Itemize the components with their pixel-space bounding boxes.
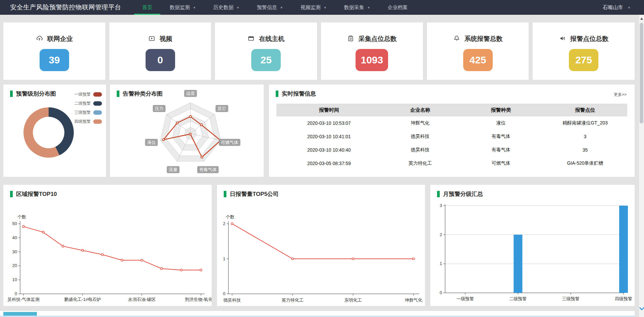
- nav-item-数据采集[interactable]: 数据采集▼: [335, 0, 379, 15]
- svg-text:1: 1: [223, 256, 225, 261]
- realtime-alarm-panel: 实时报警信息 更多>> 报警时间企业名称报警种类报警点位2020-03-10 1…: [269, 85, 635, 177]
- nav-item-首页[interactable]: 首页: [133, 0, 161, 15]
- table-cell: 坤辉气化: [382, 120, 459, 126]
- chevron-down-icon: ▼: [324, 6, 327, 9]
- panel-title-text: 月预警分级汇总: [443, 190, 483, 198]
- panel-title-text: 日报警量TOP5公司: [230, 190, 279, 198]
- stat-card-head: 视频: [109, 35, 211, 43]
- stat-card-label: 联网企业: [47, 35, 73, 43]
- realtime-alarm-table: 报警时间企业名称报警种类报警点位2020-03-10 10:53:07坤辉气化液…: [276, 104, 627, 170]
- table-header-cell: 企业名称: [382, 107, 459, 113]
- chevron-down-icon: ▼: [628, 6, 631, 9]
- table-cell: 2020-03-10 10:41:01: [276, 134, 382, 139]
- table-row: 2020-03-05 08:37:59英力特化工可燃气体GIA-520单体贮槽: [276, 157, 627, 170]
- svg-text:10: 10: [12, 277, 17, 282]
- panel-title-text: 告警种类分布图: [123, 90, 163, 98]
- cloud-icon: [36, 35, 43, 43]
- svg-text:一级预警: 一级预警: [457, 296, 474, 301]
- panel-title: 区域报警TOP10: [10, 190, 57, 198]
- radar-axis-label-有毒气体: 有毒气体: [197, 166, 219, 173]
- panel-title: 日报警量TOP5公司: [224, 190, 279, 198]
- svg-text:有毒气体: 有毒气体: [199, 167, 217, 172]
- nav-item-label: 历史数据: [213, 4, 233, 10]
- partial-panel-border: [0, 316, 635, 317]
- table-cell: 有毒气体: [459, 147, 543, 153]
- table-header-cell: 报警时间: [276, 107, 382, 113]
- svg-text:30: 30: [12, 249, 17, 254]
- svg-text:坤辉气化: 坤辉气化: [405, 298, 422, 303]
- table-cell: 德昊科技: [382, 134, 459, 140]
- title-marker: [10, 191, 13, 197]
- table-header-cell: 报警种类: [459, 107, 543, 113]
- nav-item-视频监测[interactable]: 视频监测▼: [292, 0, 335, 15]
- table-cell: 2020-03-10 10:40:40: [276, 147, 382, 153]
- stat-card-value-wrap: 1093: [321, 43, 423, 71]
- stat-card-value: 275: [569, 49, 598, 71]
- table-cell: 2020-03-05 08:37:59: [276, 161, 382, 166]
- svg-text:德昊科技: 德昊科技: [223, 298, 241, 303]
- nav-item-数据监测[interactable]: 数据监测▼: [161, 0, 205, 15]
- table-cell: 液位: [459, 120, 543, 126]
- more-link[interactable]: 更多>>: [614, 92, 627, 98]
- svg-text:二级预警: 二级预警: [509, 296, 527, 301]
- stat-card-value-wrap: 0: [109, 43, 211, 71]
- stat-card-value: 1093: [356, 49, 388, 71]
- alarm-type-radar-chart: 温度其它可燃气体有毒气体流量液位压力: [110, 85, 264, 177]
- city-selector[interactable]: 石嘴山市 ▼: [603, 0, 631, 15]
- table-cell: GIA-520单体贮槽: [543, 160, 627, 166]
- nav-item-label: 数据采集: [344, 4, 364, 10]
- panel-title: 月预警分级汇总: [437, 190, 483, 198]
- panel-title: 实时报警信息: [276, 90, 316, 98]
- title-marker: [276, 91, 278, 97]
- stat-card-label: 报警点位总数: [570, 35, 608, 43]
- stat-card-value: 0: [146, 49, 175, 71]
- table-cell: 3: [543, 134, 627, 139]
- table-row: 2020-03-10 10:40:40德昊科技有毒气体35: [276, 143, 627, 157]
- clipboard-icon: [347, 35, 354, 43]
- stat-card-系统报警总数: 系统报警总数425: [427, 22, 529, 80]
- radar-axis-label-其它: 其它: [216, 105, 228, 112]
- stat-card-head: 在线主机: [215, 35, 317, 43]
- nav-item-label: 首页: [142, 4, 152, 10]
- stat-card-label: 系统报警总数: [465, 35, 503, 43]
- title-marker: [117, 91, 119, 97]
- stat-card-在线主机: 在线主机25: [215, 22, 317, 80]
- stat-card-label: 采集点位总数: [359, 35, 397, 43]
- page-scrollbar[interactable]: [639, 15, 644, 317]
- stat-card-value: 425: [463, 49, 493, 71]
- scrollbar-thumb[interactable]: [640, 23, 643, 123]
- stat-card-value-wrap: 39: [3, 43, 105, 71]
- radar-axis-label-压力: 压力: [153, 105, 165, 112]
- chevron-down-icon: ▼: [236, 6, 239, 9]
- scroll-up-icon[interactable]: [640, 17, 643, 20]
- monitor-icon: [248, 35, 255, 43]
- nav-item-历史数据[interactable]: 历史数据▼: [205, 0, 248, 15]
- table-cell: 可燃气体: [459, 160, 543, 166]
- svg-text:2: 2: [440, 232, 442, 237]
- nav-item-企业档案[interactable]: 企业档案: [379, 0, 417, 15]
- svg-text:流量: 流量: [169, 167, 177, 172]
- stat-card-value-wrap: 25: [215, 43, 317, 71]
- svg-text:0: 0: [223, 291, 225, 296]
- svg-text:0: 0: [440, 290, 442, 295]
- panel-title: 告警种类分布图: [117, 90, 163, 98]
- table-header-row: 报警时间企业名称报警种类报警点位: [276, 104, 627, 116]
- city-label: 石嘴山市: [603, 4, 623, 10]
- svg-text:温度: 温度: [186, 91, 195, 96]
- stat-card-head: 系统报警总数: [427, 35, 529, 43]
- scroll-down-icon[interactable]: [639, 305, 644, 311]
- daily-top5-chart: 012个数德昊科技英力特化工东明化工坤辉气化: [217, 185, 425, 306]
- stat-card-value: 39: [40, 49, 69, 71]
- stat-card-value-wrap: 275: [533, 43, 635, 71]
- stat-card-head: 采集点位总数: [321, 35, 423, 43]
- svg-text:鹏盛化工-1#电石炉: 鹏盛化工-1#电石炉: [64, 297, 101, 302]
- svg-text:个数: 个数: [226, 214, 234, 219]
- nav-item-预警信息[interactable]: 预警信息▼: [248, 0, 292, 15]
- stat-card-采集点位总数: 采集点位总数1093: [321, 22, 423, 80]
- table-row: 2020-03-10 10:41:01德昊科技有毒气体3: [276, 130, 627, 143]
- stat-card-label: 在线主机: [259, 35, 284, 43]
- monthly-level-chart: 0123一级预警二级预警三级预警四级预警: [430, 185, 635, 306]
- svg-text:50: 50: [12, 221, 17, 226]
- daily-top5-panel: 012个数德昊科技英力特化工东明化工坤辉气化 日报警量TOP5公司: [217, 185, 425, 306]
- top-navbar: 安全生产风险预警防控物联网管理平台 首页数据监测▼历史数据▼预警信息▼视频监测▼…: [0, 0, 644, 15]
